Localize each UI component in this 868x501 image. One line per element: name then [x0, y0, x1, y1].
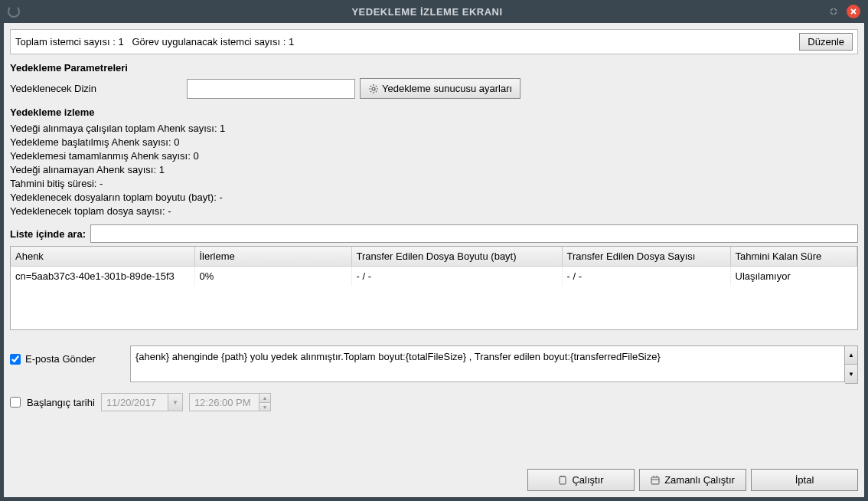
search-label: Liste içinde ara:: [10, 228, 86, 240]
cell-count: - / -: [562, 267, 730, 287]
total-clients-value: 1: [118, 36, 123, 47]
status-total-attempt: Yedeği alınmaya çalışılan toplam Ahenk s…: [10, 123, 858, 134]
gear-icon: [368, 84, 379, 94]
status-eta: Tahmini bitiş süresi: -: [10, 178, 858, 189]
status-lines: Yedeği alınmaya çalışılan toplam Ahenk s…: [10, 123, 858, 217]
textarea-scroll-up-icon[interactable]: ▲: [845, 346, 857, 365]
textarea-spinner: ▲ ▼: [845, 345, 858, 384]
time-down-icon[interactable]: ▼: [259, 402, 271, 411]
run-icon: [558, 476, 567, 485]
time-up-icon[interactable]: ▲: [259, 393, 271, 402]
clock-icon: [651, 476, 660, 485]
server-settings-button[interactable]: Yedekleme sunucusu ayarları: [360, 78, 520, 99]
email-template-input[interactable]: [130, 345, 845, 382]
info-bar-text: Toplam istemci sayısı : 1 Görev uygulana…: [15, 36, 799, 47]
task-clients-value: 1: [289, 36, 294, 47]
run-button[interactable]: Çalıştır: [527, 469, 635, 491]
app-icon: [8, 5, 20, 18]
email-checkbox[interactable]: [10, 354, 21, 365]
maximize-icon[interactable]: [827, 5, 840, 18]
email-checkbox-wrap: E-posta Gönder: [10, 345, 121, 365]
startdate-time-field[interactable]: 12:26:00 PM: [189, 393, 259, 411]
startdate-checkbox[interactable]: [10, 397, 21, 408]
startdate-row: Başlangıç tarihi 11/20/2017 ▼ 12:26:00 P…: [10, 393, 858, 411]
col-header-count[interactable]: Transfer Edilen Dosya Sayısı: [562, 247, 730, 267]
cell-size: - / -: [351, 267, 562, 287]
date-dropdown-icon[interactable]: ▼: [168, 393, 183, 411]
table-row[interactable]: cn=5aab37c3-40e1-301b-89de-15f3 0% - / -…: [11, 267, 857, 287]
svg-rect-2: [651, 477, 659, 484]
titlebar: YEDEKLEME İZLEME EKRANI: [0, 0, 868, 23]
status-started: Yedekleme başlatılmış Ahenk sayısı: 0: [10, 136, 858, 148]
col-header-ahenk[interactable]: Ahenk: [11, 247, 194, 267]
email-checkbox-label: E-posta Gönder: [25, 353, 96, 365]
status-total-files: Yedeklenecek toplam dosya sayısı: -: [10, 205, 858, 217]
email-row: E-posta Gönder ▲ ▼: [10, 345, 858, 384]
table-wrap[interactable]: Ahenk İlerleme Transfer Edilen Dosya Boy…: [10, 246, 858, 330]
search-input[interactable]: [90, 224, 858, 243]
status-failed: Yedeği alınamayan Ahenk sayısı: 1: [10, 164, 858, 175]
email-template-wrap: ▲ ▼: [130, 345, 858, 384]
footer-buttons: Çalıştır Zamanlı Çalıştır İptal: [527, 469, 858, 491]
search-row: Liste içinde ara:: [10, 224, 858, 243]
content-area: Toplam istemci sayısı : 1 Görev uygulana…: [4, 23, 864, 497]
backup-dir-input[interactable]: [187, 79, 355, 99]
cancel-button[interactable]: İptal: [751, 469, 858, 491]
window-controls: [827, 5, 860, 18]
time-spinner: ▲ ▼: [259, 393, 271, 411]
total-clients-label: Toplam istemci sayısı :: [15, 36, 118, 47]
startdate-date-field[interactable]: 11/20/2017: [101, 393, 168, 411]
window-title: YEDEKLEME İZLEME EKRANI: [28, 6, 827, 18]
svg-point-0: [372, 87, 375, 90]
status-table: Ahenk İlerleme Transfer Edilen Dosya Boy…: [11, 247, 857, 286]
run-scheduled-label: Zamanlı Çalıştır: [664, 474, 735, 486]
server-settings-label: Yedekleme sunucusu ayarları: [382, 83, 512, 94]
backup-dir-label: Yedeklenecek Dizin: [10, 83, 182, 94]
cancel-button-label: İptal: [795, 474, 814, 486]
cell-ahenk: cn=5aab37c3-40e1-301b-89de-15f3: [11, 267, 194, 287]
cell-eta: Ulaşılamıyor: [730, 267, 857, 287]
params-section-title: Yedekleme Parametreleri: [10, 62, 858, 74]
close-icon[interactable]: [847, 5, 860, 18]
cell-progress: 0%: [194, 267, 351, 287]
backup-dir-row: Yedeklenecek Dizin Yedekleme sunucusu ay…: [10, 78, 858, 99]
edit-button[interactable]: Düzenle: [799, 33, 853, 51]
col-header-eta[interactable]: Tahmini Kalan Süre: [730, 247, 857, 267]
status-total-size: Yedeklenecek dosyaların toplam boyutu (b…: [10, 192, 858, 203]
info-bar: Toplam istemci sayısı : 1 Görev uygulana…: [10, 29, 858, 54]
svg-rect-1: [560, 476, 566, 484]
col-header-size[interactable]: Transfer Edilen Dosya Boyutu (bayt): [351, 247, 562, 267]
startdate-label: Başlangıç tarihi: [27, 397, 95, 408]
task-clients-label: Görev uygulanacak istemci sayısı :: [132, 36, 288, 47]
window: YEDEKLEME İZLEME EKRANI Toplam istemci s…: [0, 0, 868, 501]
run-button-label: Çalıştır: [572, 474, 603, 486]
textarea-scroll-down-icon[interactable]: ▼: [845, 365, 857, 383]
status-completed: Yedeklemesi tamamlanmış Ahenk sayısı: 0: [10, 150, 858, 162]
run-scheduled-button[interactable]: Zamanlı Çalıştır: [639, 469, 746, 491]
col-header-progress[interactable]: İlerleme: [194, 247, 351, 267]
monitor-section-title: Yedekleme izleme: [10, 106, 858, 118]
